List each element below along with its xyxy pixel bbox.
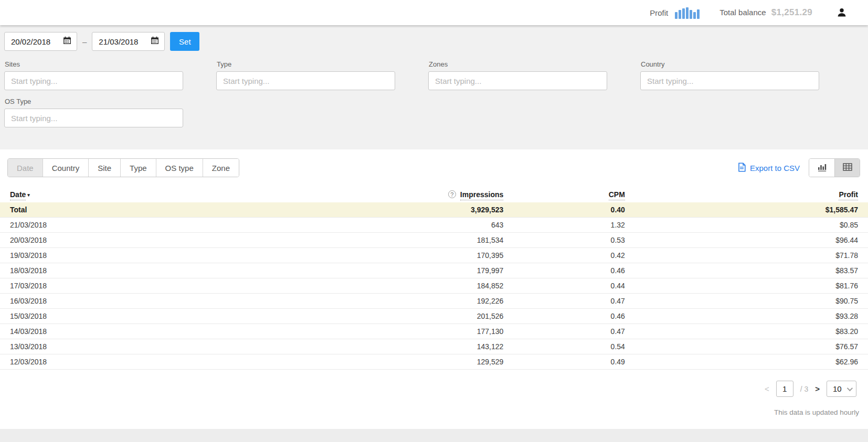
cell-profit: $83.57 — [625, 263, 868, 278]
type-filter-input[interactable] — [216, 71, 395, 90]
cell-impressions: 643 — [347, 218, 504, 233]
total-balance: Total balance $1,251.29 — [719, 7, 812, 18]
previous-page-button[interactable]: < — [765, 384, 769, 393]
calendar-icon[interactable] — [151, 36, 159, 47]
profit-mini-bar — [693, 12, 696, 19]
tab-country[interactable]: Country — [43, 159, 89, 177]
cell-cpm: 0.42 — [503, 248, 625, 263]
table-body: Total3,929,5230.40$1,585.4721/03/2018643… — [0, 202, 868, 370]
profit-mini-bar — [682, 8, 685, 19]
sort-descending-icon: ▾ — [27, 192, 30, 198]
cell-profit: $0.85 — [625, 218, 868, 233]
view-mode-toggle — [809, 158, 860, 177]
table-row: 18/03/2018179,9970.46$83.57 — [0, 263, 868, 278]
filter-label: Zones — [429, 60, 607, 68]
user-account-icon[interactable] — [837, 7, 847, 18]
cell-profit: $90.75 — [625, 294, 868, 309]
date-to-field[interactable] — [92, 32, 165, 51]
export-to-csv-label: Export to CSV — [750, 164, 800, 173]
cell-date: 17/03/2018 — [0, 278, 347, 294]
cell-impressions: 143,122 — [347, 339, 504, 354]
date-to-input[interactable] — [99, 37, 151, 46]
export-to-csv-link[interactable]: Export to CSV — [737, 163, 800, 174]
sites-filter-input[interactable] — [4, 71, 183, 90]
filter-field-os-type: OS Type — [4, 90, 183, 127]
document-icon — [737, 163, 746, 174]
cell-impressions: 201,526 — [347, 309, 504, 324]
table-view-button[interactable] — [834, 159, 860, 177]
cell-cpm: 0.49 — [503, 354, 625, 370]
column-header-date[interactable]: Date▾ — [0, 188, 347, 202]
tab-type[interactable]: Type — [120, 159, 156, 177]
profit-mini-bar — [686, 7, 689, 19]
tab-os-type[interactable]: OS type — [156, 159, 203, 177]
cell-impressions: 179,997 — [347, 263, 504, 278]
cell-date: 20/03/2018 — [0, 233, 347, 248]
cell-date: 14/03/2018 — [0, 324, 347, 339]
country-filter-input[interactable] — [640, 71, 819, 90]
tab-date[interactable]: Date — [8, 159, 43, 177]
column-header-profit[interactable]: Profit — [625, 188, 868, 202]
date-range-row: – Set — [4, 32, 864, 51]
filter-field-sites: Sites — [4, 53, 183, 90]
page-number-input[interactable] — [776, 381, 793, 397]
cell-date: Total — [0, 202, 347, 218]
stats-table: Date▾ ?Impressions CPM Profit Total3,929… — [0, 188, 868, 370]
column-header-cpm[interactable]: CPM — [503, 188, 625, 202]
set-date-range-button[interactable]: Set — [170, 32, 199, 51]
cell-cpm: 1.32 — [503, 218, 625, 233]
cell-profit: $81.76 — [625, 278, 868, 294]
cell-cpm: 0.40 — [503, 202, 625, 218]
page-size-value: 10 — [833, 384, 842, 393]
profit-mini-bar — [675, 12, 678, 19]
update-frequency-note: This data is updated hourly — [0, 408, 859, 416]
cell-impressions: 129,529 — [347, 354, 504, 370]
cell-cpm: 0.44 — [503, 278, 625, 294]
page-size-select[interactable]: 10 — [827, 381, 856, 397]
calendar-icon[interactable] — [63, 36, 71, 47]
table-row: 14/03/2018177,1300.47$83.20 — [0, 324, 868, 339]
chart-view-button[interactable] — [809, 159, 834, 177]
date-from-field[interactable] — [4, 32, 77, 51]
next-page-button[interactable]: > — [815, 384, 820, 393]
filter-label: Country — [641, 60, 819, 68]
table-row: 19/03/2018170,3950.42$71.78 — [0, 248, 868, 263]
table-row: 16/03/2018192,2260.47$90.75 — [0, 294, 868, 309]
os-type-filter-input[interactable] — [4, 109, 183, 127]
chevron-down-icon — [847, 385, 853, 391]
cell-impressions: 192,226 — [347, 294, 504, 309]
tab-site[interactable]: Site — [88, 159, 120, 177]
table-row: 20/03/2018181,5340.53$96.44 — [0, 233, 868, 248]
total-balance-label: Total balance — [719, 8, 766, 17]
column-header-impressions[interactable]: ?Impressions — [347, 188, 504, 202]
profit-mini-bar-chart-icon[interactable] — [675, 6, 700, 19]
cell-impressions: 181,534 — [347, 233, 504, 248]
table-row: 15/03/2018201,5260.46$93.28 — [0, 309, 868, 324]
tab-zone[interactable]: Zone — [203, 159, 239, 177]
zones-filter-input[interactable] — [428, 71, 607, 90]
total-pages-label: / 3 — [800, 385, 809, 393]
filter-label: Type — [217, 60, 395, 68]
cell-profit: $83.20 — [625, 324, 868, 339]
cell-date: 21/03/2018 — [0, 218, 347, 233]
profit-mini-bar — [679, 10, 681, 19]
cell-profit: $93.28 — [625, 309, 868, 324]
cell-cpm: 0.47 — [503, 294, 625, 309]
date-range-separator: – — [82, 37, 87, 46]
table-grid-icon — [843, 163, 852, 173]
cell-date: 15/03/2018 — [0, 309, 347, 324]
cell-cpm: 0.47 — [503, 324, 625, 339]
cell-impressions: 170,395 — [347, 248, 504, 263]
cell-profit: $96.44 — [625, 233, 868, 248]
cell-date: 13/03/2018 — [0, 339, 347, 354]
stats-card: Date Country Site Type OS type Zone Expo… — [0, 149, 868, 429]
help-icon[interactable]: ? — [448, 190, 456, 198]
filter-field-type: Type — [216, 53, 395, 90]
cell-profit: $1,585.47 — [625, 202, 868, 218]
table-row: 13/03/2018143,1220.54$76.57 — [0, 339, 868, 354]
filter-label: OS Type — [5, 98, 183, 105]
filter-field-zones: Zones — [428, 53, 607, 90]
date-from-input[interactable] — [11, 37, 63, 46]
cell-impressions: 3,929,523 — [347, 202, 504, 218]
total-balance-value: $1,251.29 — [771, 7, 812, 18]
